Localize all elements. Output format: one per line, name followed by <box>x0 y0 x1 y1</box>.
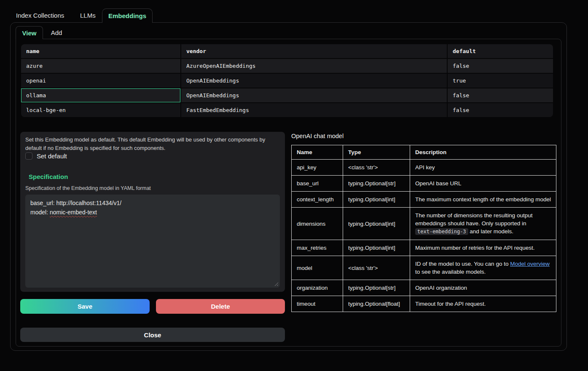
table-row[interactable]: openaiOpenAIEmbeddingstrue <box>21 74 553 88</box>
set-default-hint: Set this Embedding model as default. Thi… <box>25 136 277 152</box>
param-name: api_key <box>292 160 343 176</box>
table-row[interactable]: ollamaOpenAIEmbeddingsfalse <box>21 88 553 102</box>
app-window: Index Collections LLMs Embeddings View A… <box>0 0 588 371</box>
tab-index-collections[interactable]: Index Collections <box>16 12 64 19</box>
set-default-checkbox-row[interactable]: Set default <box>25 152 67 160</box>
param-row: timeouttyping.Optional[float]Timeout for… <box>292 296 556 312</box>
cell-default[interactable]: false <box>448 88 553 102</box>
misspelled-text: nomic-embed-text <box>50 209 97 216</box>
param-row: dimensionstyping.Optional[int]The number… <box>292 208 556 240</box>
param-row: context_lengthtyping.Optional[int]The ma… <box>292 192 556 208</box>
param-description: ID of the model to use. You can go to Mo… <box>410 256 556 280</box>
param-row: max_retriestyping.Optional[int]Maximum n… <box>292 240 556 256</box>
param-column-name: Name <box>292 145 343 160</box>
param-name: max_retries <box>292 240 343 256</box>
save-button[interactable]: Save <box>20 299 150 314</box>
param-name: model <box>292 256 343 280</box>
table-row[interactable]: azureAzureOpenAIEmbeddingsfalse <box>21 59 553 73</box>
tab-llms[interactable]: LLMs <box>80 12 96 19</box>
param-name: dimensions <box>292 208 343 240</box>
tab-embeddings[interactable]: Embeddings <box>102 8 153 23</box>
specification-heading: Specification <box>29 173 68 180</box>
param-type: <class 'str'> <box>343 160 410 176</box>
param-type: typing.Optional[int] <box>343 192 410 208</box>
param-type: <class 'str'> <box>343 256 410 280</box>
cell-default[interactable]: false <box>448 59 553 73</box>
cell-default[interactable]: true <box>448 74 553 88</box>
param-description: The number of dimensions the resulting o… <box>410 208 556 240</box>
cell-vendor[interactable]: OpenAIEmbeddings <box>181 88 447 102</box>
embedding-detail-panel: Set this Embedding model as default. Thi… <box>20 132 285 292</box>
close-button[interactable]: Close <box>20 328 285 342</box>
param-type: typing.Optional[float] <box>343 296 410 312</box>
spec-line: base_url: http://localhost:11434/v1/ <box>30 199 275 208</box>
column-header-name: name <box>21 44 180 58</box>
table-row[interactable]: local-bge-enFastEmbedEmbeddingsfalse <box>21 103 553 117</box>
model-overview-link[interactable]: Model overview <box>510 261 550 267</box>
param-description: Timeout for the API request. <box>410 296 556 312</box>
column-header-vendor: vendor <box>181 44 447 58</box>
param-name: timeout <box>292 296 343 312</box>
param-row: organizationtyping.Optional[str]OpenAI o… <box>292 280 556 296</box>
delete-button[interactable]: Delete <box>156 299 285 314</box>
param-row: api_key<class 'str'>API key <box>292 160 556 176</box>
embeddings-table-header: namevendordefault <box>21 44 553 58</box>
param-description: OpenAI organization <box>410 280 556 296</box>
set-default-label[interactable]: Set default <box>37 152 67 160</box>
specification-caption: Specification of the Embedding model in … <box>25 185 151 191</box>
tab-add[interactable]: Add <box>47 26 66 39</box>
cell-name[interactable]: ollama <box>21 88 180 102</box>
spec-yaml-input[interactable]: base_url: http://localhost:11434/v1/mode… <box>25 195 280 288</box>
param-description: Maximum number of retries for the API re… <box>410 240 556 256</box>
param-description: API key <box>410 160 556 176</box>
param-description: OpenAI base URL <box>410 176 556 192</box>
column-header-default: default <box>448 44 553 58</box>
param-row: base_urltyping.Optional[str]OpenAI base … <box>292 176 556 192</box>
spec-line: model: nomic-embed-text <box>30 208 275 217</box>
param-name: base_url <box>292 176 343 192</box>
param-type: typing.Optional[int] <box>343 208 410 240</box>
param-name: organization <box>292 280 343 296</box>
cell-vendor[interactable]: FastEmbedEmbeddings <box>181 103 447 117</box>
param-table-body: api_key<class 'str'>API keybase_urltypin… <box>292 160 556 312</box>
param-type: typing.Optional[str] <box>343 176 410 192</box>
cell-vendor[interactable]: AzureOpenAIEmbeddings <box>181 59 447 73</box>
param-name: context_length <box>292 192 343 208</box>
set-default-checkbox[interactable] <box>25 152 32 160</box>
resize-handle-icon[interactable] <box>274 282 279 286</box>
cell-name[interactable]: azure <box>21 59 180 73</box>
param-panel-title: OpenAI chat model <box>291 133 344 139</box>
param-description: The maximum context length of the embedd… <box>410 192 556 208</box>
tab-view[interactable]: View <box>16 26 43 39</box>
inline-code: text-embedding-3 <box>415 228 468 235</box>
param-table-header: NameTypeDescription <box>292 145 556 160</box>
param-column-description: Description <box>410 145 556 160</box>
param-type: typing.Optional[int] <box>343 240 410 256</box>
cell-name[interactable]: openai <box>21 74 180 88</box>
param-column-type: Type <box>343 145 410 160</box>
cell-default[interactable]: false <box>448 103 553 117</box>
param-table: NameTypeDescription api_key<class 'str'>… <box>291 145 556 312</box>
embeddings-table: namevendordefaultazureAzureOpenAIEmbeddi… <box>21 44 553 117</box>
cell-vendor[interactable]: OpenAIEmbeddings <box>181 74 447 88</box>
param-type: typing.Optional[str] <box>343 280 410 296</box>
param-row: model<class 'str'>ID of the model to use… <box>292 256 556 280</box>
cell-name[interactable]: local-bge-en <box>21 103 180 117</box>
